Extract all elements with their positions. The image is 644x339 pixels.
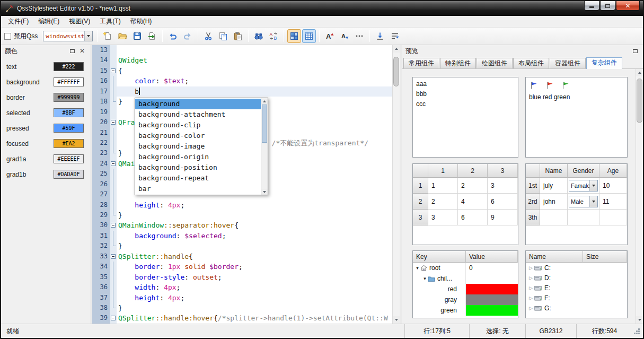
preview-scroll-thumb[interactable]: [637, 79, 642, 123]
scroll-down-icon[interactable]: [636, 316, 643, 324]
color-swatch-focused[interactable]: #EA2: [54, 139, 84, 148]
autocomplete-item[interactable]: background-clip: [135, 120, 261, 131]
row-header[interactable]: 3: [413, 210, 428, 225]
color-swatch-grad1a[interactable]: #EEEEEF: [54, 154, 84, 163]
preview-scrollbar[interactable]: [636, 69, 643, 324]
autocomplete-item[interactable]: background: [135, 99, 261, 109]
tree-row[interactable]: ▾chil...: [413, 273, 518, 284]
new-file-icon[interactable]: [101, 29, 114, 43]
tree-row[interactable]: green: [413, 305, 518, 316]
title-bar[interactable]: QssStylesheet Editor v1.50 - *new1.qsst …: [1, 1, 643, 16]
fold-collapse-icon[interactable]: [111, 161, 116, 166]
preview-tab[interactable]: 布局组件: [513, 58, 549, 68]
chevron-down-icon[interactable]: [589, 180, 597, 191]
column-header[interactable]: Size: [583, 251, 627, 263]
list-item[interactable]: bbb: [413, 89, 518, 99]
preview-tab[interactable]: 复杂组件: [586, 57, 622, 69]
autocomplete-item[interactable]: background-color: [135, 131, 261, 141]
font-increase-icon[interactable]: A: [323, 29, 337, 43]
table-cell[interactable]: [599, 210, 627, 225]
table-cell[interactable]: [568, 210, 599, 225]
expander-icon[interactable]: ▷: [528, 306, 534, 311]
table-cell[interactable]: 6: [488, 194, 518, 210]
float-panel-icon[interactable]: [631, 47, 639, 55]
chevron-down-icon[interactable]: [589, 196, 597, 207]
color-swatch-text[interactable]: #222: [54, 62, 84, 71]
table-cell[interactable]: 4: [458, 194, 488, 210]
font-decrease-icon[interactable]: A: [338, 29, 351, 43]
table-cell[interactable]: 2: [458, 178, 488, 194]
column-header[interactable]: Gender: [568, 164, 599, 178]
table-cell[interactable]: july: [540, 178, 568, 194]
color-table-icon[interactable]: [302, 29, 316, 43]
table-cell[interactable]: 10: [599, 178, 627, 194]
column-header[interactable]: Value: [466, 251, 518, 263]
code-line[interactable]: QSplitter::handle{: [117, 251, 392, 262]
autocomplete-item[interactable]: background-attachment: [135, 109, 261, 120]
tree-row[interactable]: ▷D:: [526, 273, 627, 283]
row-header[interactable]: 1st: [526, 178, 540, 194]
code-line[interactable]: QSplitter::handle:hover{/*splitter->hand…: [117, 313, 392, 323]
code-line[interactable]: [117, 45, 392, 55]
gender-combo[interactable]: Famale: [569, 180, 598, 192]
code-line[interactable]: border: 1px solid $border;: [117, 262, 392, 272]
resize-grip[interactable]: [634, 328, 641, 335]
color-swatch-grad1b[interactable]: #DADADF: [54, 170, 84, 179]
close-panel-icon[interactable]: ✕: [78, 47, 86, 55]
tree-row[interactable]: red: [413, 284, 518, 294]
code-line[interactable]: QWidget: [117, 55, 392, 65]
gender-combo[interactable]: Male: [569, 196, 598, 207]
fold-collapse-icon[interactable]: [111, 120, 116, 125]
tree-row[interactable]: ▷E:: [526, 283, 627, 293]
expander-icon[interactable]: ▾: [414, 265, 420, 271]
expander-icon[interactable]: ▷: [528, 275, 534, 281]
chevron-down-icon[interactable]: [84, 31, 92, 41]
tree-row[interactable]: ▾root0: [413, 263, 518, 273]
scroll-up-icon[interactable]: [636, 69, 643, 76]
editor-scroll-thumb[interactable]: [393, 57, 399, 86]
code-line[interactable]: border-style: outset;: [117, 272, 392, 282]
code-line[interactable]: }: [117, 303, 392, 313]
maximize-button[interactable]: [600, 1, 615, 11]
column-header[interactable]: Name: [540, 164, 568, 178]
table-cell[interactable]: 1: [428, 178, 458, 194]
preview-tab[interactable]: 容器组件: [550, 58, 586, 68]
float-panel-icon[interactable]: [68, 47, 76, 55]
color-swatch-background[interactable]: #FFFFFF: [54, 77, 84, 86]
tree-row[interactable]: ▷G:: [526, 303, 627, 313]
code-editor[interactable]: 1314QWidget15{16 color: $text;17 b18}192…: [92, 45, 400, 324]
replace-icon[interactable]: AB: [267, 29, 280, 43]
close-button[interactable]: ✕: [616, 1, 640, 11]
editor-scrollbar[interactable]: [392, 45, 400, 324]
row-header[interactable]: 1: [413, 178, 428, 194]
color-swatch-selected[interactable]: #8BF: [54, 108, 84, 117]
expander-icon[interactable]: ▾: [422, 276, 428, 281]
color-swatch-border[interactable]: #999999: [54, 93, 84, 102]
fold-collapse-icon[interactable]: [111, 254, 116, 259]
column-header[interactable]: Age: [599, 164, 627, 178]
paste-icon[interactable]: [231, 29, 245, 43]
autocomplete-scroll-thumb[interactable]: [262, 105, 267, 143]
list-item[interactable]: ccc: [413, 99, 518, 109]
table-cell[interactable]: [540, 210, 568, 225]
column-header[interactable]: 3: [488, 164, 518, 178]
fold-collapse-icon[interactable]: [111, 68, 116, 73]
row-header[interactable]: 3th: [526, 210, 540, 225]
preview-tab[interactable]: 常用组件: [403, 58, 439, 68]
save-file-icon[interactable]: [130, 29, 144, 43]
row-header[interactable]: 2: [413, 194, 428, 210]
expander-icon[interactable]: ▷: [528, 265, 534, 271]
tree-row[interactable]: gray: [413, 294, 518, 305]
menu-item[interactable]: 编辑(E): [33, 15, 64, 28]
find-icon[interactable]: [252, 29, 266, 43]
color-swatch-pressed[interactable]: #59F: [54, 124, 84, 133]
preview-tab[interactable]: 绘图组件: [477, 58, 513, 68]
table-cell[interactable]: 2: [428, 194, 458, 210]
autocomplete-item[interactable]: background-position: [135, 162, 261, 173]
code-line[interactable]: {: [117, 66, 392, 76]
menu-item[interactable]: 视图(V): [64, 15, 95, 28]
copy-icon[interactable]: [216, 29, 230, 43]
expander-icon[interactable]: ▷: [528, 295, 534, 301]
autocomplete-scrollbar[interactable]: [261, 98, 268, 195]
scroll-down-icon[interactable]: [393, 316, 400, 324]
